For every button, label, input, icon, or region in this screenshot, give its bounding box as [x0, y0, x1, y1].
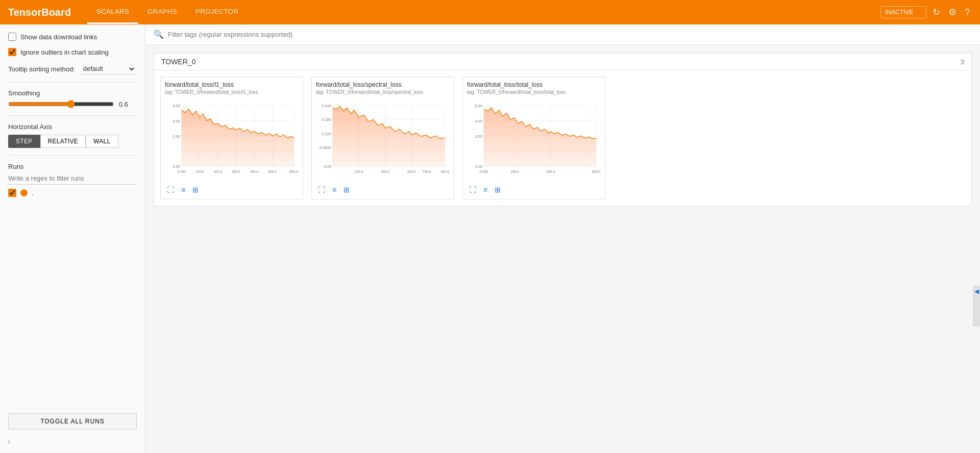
divider-2 [8, 115, 137, 116]
expand-chart-total[interactable]: ⛶ [467, 185, 478, 195]
help-button[interactable]: ? [963, 5, 972, 20]
chart-tag-total: tag: TOWER_0/forward/total_loss/total_lo… [467, 89, 601, 95]
header-right-controls: INACTIVE ↻ ⚙ ? [880, 5, 972, 20]
tower-count: 3 [961, 58, 964, 66]
data-chart-l1[interactable]: ≡ [179, 185, 187, 195]
runs-label: Runs [8, 163, 137, 170]
runs-section: Runs . [8, 163, 137, 197]
expand-chart-spectral[interactable]: ⛶ [316, 185, 327, 195]
svg-text:0.0600: 0.0600 [320, 145, 331, 150]
svg-text:200.0: 200.0 [214, 170, 223, 173]
horizontal-axis-label: Horizontal Axis [8, 123, 137, 131]
tooltip-sorting-select[interactable]: default ascending descending nearest [79, 63, 136, 74]
tooltip-sorting-row: Tooltip sorting method: default ascendin… [8, 63, 137, 74]
data-chart-total[interactable]: ≡ [481, 185, 489, 195]
tooltip-sorting-label: Tooltip sorting method: [8, 65, 75, 73]
smoothing-row: 0.6 [8, 100, 137, 108]
sidebar: Show data download links Ignore outliers… [0, 24, 145, 453]
svg-text:0.180: 0.180 [322, 117, 331, 122]
chart-title-spectral: forward/total_loss/spectral_loss [316, 81, 450, 88]
svg-text:2.00: 2.00 [173, 134, 180, 139]
toggle-all-runs-button[interactable]: TOGGLE ALL RUNS [8, 413, 137, 430]
run-color-dot [20, 189, 28, 196]
haxis-wall-button[interactable]: WALL [86, 135, 118, 148]
svg-text:700.0: 700.0 [423, 170, 431, 173]
search-icon: 🔍 [154, 30, 164, 39]
filter-bar: 🔍 [145, 24, 980, 45]
haxis-step-button[interactable]: STEP [8, 135, 40, 148]
ignore-outliers-checkbox[interactable]: Ignore outliers in chart scaling [8, 48, 137, 56]
sidebar-spacer [8, 204, 137, 406]
svg-text:400.0: 400.0 [250, 170, 259, 173]
smoothing-section: Smoothing 0.6 [8, 89, 137, 108]
svg-text:200.0: 200.0 [510, 170, 519, 173]
svg-text:0.120: 0.120 [322, 132, 331, 136]
svg-text:600.0: 600.0 [289, 170, 298, 173]
svg-text:500.0: 500.0 [407, 170, 416, 173]
svg-text:0.00: 0.00 [324, 164, 331, 169]
nav-graphs[interactable]: GRAPHS [138, 1, 186, 24]
chart-svg-l1: 6.00 4.00 2.00 0.00 0.000 100.0 200.0 30… [165, 98, 299, 180]
chart-tag-spectral: tag: TOWER_0/forward/total_loss/spectral… [316, 89, 450, 95]
smoothing-label: Smoothing [8, 89, 137, 97]
chart-title-total: forward/total_loss/total_loss [467, 81, 601, 88]
right-edge-bar[interactable]: ◀ [973, 286, 980, 326]
filter-input[interactable] [168, 31, 972, 38]
svg-text:2.00: 2.00 [475, 134, 482, 139]
chart-actions-total: ⛶ ≡ ⊞ [467, 183, 601, 195]
svg-text:0.000: 0.000 [178, 170, 186, 173]
tower-name: TOWER_0 [161, 58, 195, 66]
right-edge-icon: ◀ [974, 286, 979, 297]
expand-chart-l1[interactable]: ⛶ [165, 185, 176, 195]
svg-text:600.0: 600.0 [592, 170, 600, 173]
charts-row: forward/total_loss/l1_loss tag: TOWER_0/… [154, 70, 971, 206]
nav-projector[interactable]: PROJECTOR [186, 1, 248, 24]
run-name: . [32, 189, 34, 197]
status-select[interactable]: INACTIVE [880, 6, 926, 18]
fullscreen-chart-l1[interactable]: ⊞ [190, 185, 201, 195]
svg-text:300.0: 300.0 [381, 170, 389, 173]
chart-title-l1: forward/total_loss/l1_loss [165, 81, 299, 88]
ignore-outliers-input[interactable] [8, 48, 16, 56]
fullscreen-chart-spectral[interactable]: ⊞ [341, 185, 352, 195]
svg-text:0.240: 0.240 [322, 104, 331, 108]
svg-text:400.0: 400.0 [547, 170, 555, 173]
logo: TensorBoard [8, 7, 71, 18]
svg-text:6.00: 6.00 [475, 104, 482, 108]
runs-filter-input[interactable] [8, 172, 137, 185]
show-download-links-checkbox[interactable]: Show data download links [8, 33, 137, 41]
chart-svg-spectral: 0.240 0.180 0.120 0.0600 0.00 100.0 300.… [316, 98, 450, 180]
svg-text:100.0: 100.0 [355, 170, 363, 173]
refresh-button[interactable]: ↻ [930, 5, 942, 20]
settings-button[interactable]: ⚙ [946, 5, 959, 20]
svg-text:0.00: 0.00 [173, 164, 180, 169]
chart-card-total-loss: forward/total_loss/total_loss tag: TOWER… [462, 77, 605, 199]
svg-text:0.000: 0.000 [480, 170, 488, 173]
fullscreen-chart-total[interactable]: ⊞ [493, 185, 503, 195]
svg-text:300.0: 300.0 [232, 170, 240, 173]
divider-3 [8, 155, 137, 156]
svg-text:4.00: 4.00 [475, 119, 482, 123]
main-layout: Show data download links Ignore outliers… [0, 24, 980, 453]
sidebar-path: / [8, 439, 137, 445]
smoothing-slider[interactable] [8, 100, 114, 108]
smoothing-value: 0.6 [119, 100, 137, 108]
run-checkbox[interactable] [8, 189, 16, 197]
svg-text:500.0: 500.0 [268, 170, 277, 173]
show-download-links-input[interactable] [8, 33, 16, 41]
divider-1 [8, 82, 137, 82]
chart-tag-l1: tag: TOWER_0/forward/total_loss/l1_loss [165, 89, 299, 95]
ignore-outliers-label: Ignore outliers in chart scaling [20, 48, 109, 56]
content-area: 🔍 TOWER_0 3 forward/total_loss/l1_loss t… [145, 24, 980, 453]
haxis-relative-button[interactable]: RELATIVE [40, 135, 86, 148]
chart-card-spectral-loss: forward/total_loss/spectral_loss tag: TO… [311, 77, 454, 199]
data-chart-spectral[interactable]: ≡ [330, 185, 338, 195]
nav-scalars[interactable]: SCALARS [87, 1, 138, 24]
svg-text:6.00: 6.00 [173, 104, 180, 108]
chart-svg-total: 6.00 4.00 2.00 0.00 0.000 200.0 400.0 60… [467, 98, 601, 180]
chart-actions-spectral: ⛶ ≡ ⊞ [316, 183, 450, 195]
svg-text:900.0: 900.0 [440, 170, 449, 173]
tower-group: TOWER_0 3 forward/total_loss/l1_loss tag… [154, 53, 972, 206]
show-download-links-label: Show data download links [20, 33, 97, 41]
svg-text:100.0: 100.0 [195, 170, 204, 173]
